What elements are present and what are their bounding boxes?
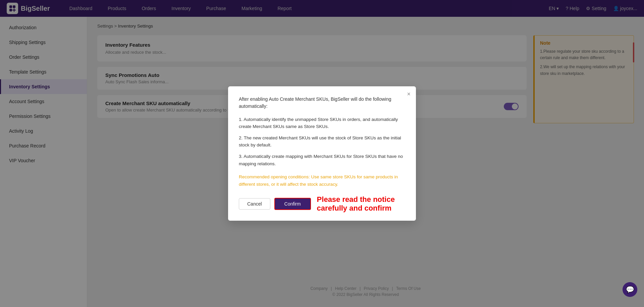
modal-steps: 1. Automatically identify the unmapped S… [239,116,405,168]
modal-overlay: × After enabling Auto Create Merchant SK… [0,0,644,307]
confirm-button[interactable]: Confirm [274,198,311,210]
modal-step-2: 2. The new created Merchant SKUs will us… [239,134,405,149]
chat-bubble[interactable]: 💬 [623,282,637,297]
confirm-notice-text: Please read the notice carefully and con… [317,195,405,213]
modal-title-text: After enabling Auto Create Merchant SKUs… [239,96,405,110]
modal-step-3: 3. Automatically create mapping with Mer… [239,153,405,167]
cancel-button[interactable]: Cancel [239,198,270,210]
modal: × After enabling Auto Create Merchant SK… [228,86,416,221]
modal-warning: Recommended opening conditions: Use same… [239,173,405,188]
modal-close-button[interactable]: × [407,91,411,97]
modal-step-1: 1. Automatically identify the unmapped S… [239,116,405,130]
chat-icon: 💬 [626,286,634,294]
modal-actions: Cancel Confirm Please read the notice ca… [239,195,405,213]
